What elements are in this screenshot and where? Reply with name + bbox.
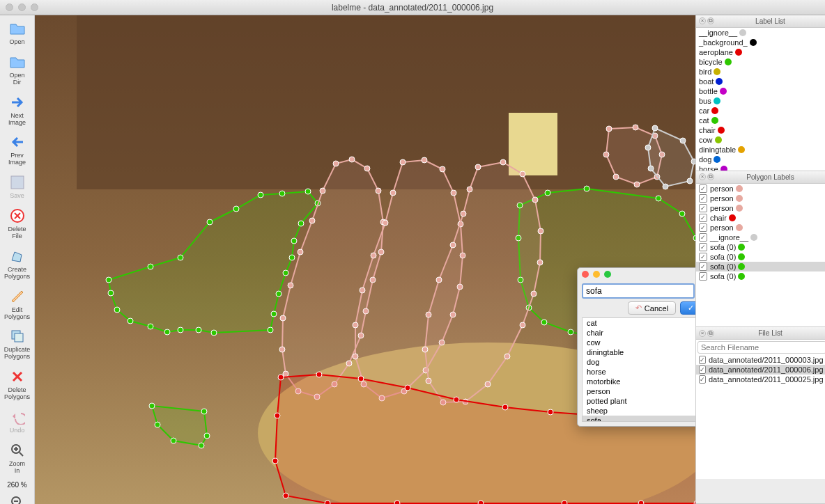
svg-point-28 — [196, 327, 201, 333]
checkbox-icon[interactable]: ✓ — [699, 184, 707, 193]
file-search-input[interactable] — [697, 341, 825, 354]
label-option-item[interactable]: cat — [583, 318, 695, 328]
next-image-button[interactable]: Next Image — [1, 90, 33, 131]
delete-polygons-button[interactable]: Delete Polygons — [1, 365, 33, 405]
image-canvas[interactable]: ↶Cancel ✓OK catchaircowdiningtabledoghor… — [35, 15, 695, 504]
label-list-item[interactable]: bicycle — [696, 57, 825, 67]
polygon-label-item[interactable]: ✓person — [696, 194, 825, 203]
label-list-item[interactable]: bottle — [696, 86, 825, 96]
label-name-input[interactable] — [582, 283, 695, 299]
label-option-item[interactable]: horse — [583, 367, 695, 377]
checkbox-icon[interactable]: ✓ — [699, 262, 707, 271]
label-list-item[interactable]: cow — [696, 135, 825, 145]
polygon-label-item[interactable]: ✓person — [696, 203, 825, 213]
zoom-value[interactable]: 260 % — [7, 479, 26, 491]
svg-point-109 — [504, 354, 510, 359]
zoom-out-button[interactable]: Zoom Out — [1, 491, 33, 504]
dialog-titlebar[interactable] — [578, 268, 695, 281]
label-list-item[interactable]: diningtable — [696, 145, 825, 155]
label-option-item[interactable]: diningtable — [583, 347, 695, 357]
polygon-label-item[interactable]: ✓sofa (0) — [696, 271, 825, 281]
polygon-label-item[interactable]: ✓sofa (0) — [696, 242, 825, 252]
label-option-item[interactable]: potted plant — [583, 396, 695, 406]
svg-point-32 — [128, 318, 133, 324]
label-list-item[interactable]: _background_ — [696, 38, 825, 47]
checkbox-icon[interactable]: ✓ — [699, 272, 707, 281]
zoom-in-button[interactable]: Zoom In — [1, 439, 33, 479]
create-polygons-button[interactable]: Create Polygons — [1, 244, 33, 285]
open-button[interactable]: Open — [1, 17, 33, 50]
svg-point-69 — [346, 361, 352, 366]
checkbox-icon[interactable]: ✓ — [699, 243, 707, 251]
panel-detach-icon[interactable]: ⧉ — [707, 17, 714, 24]
label-list[interactable]: __ignore___background_aeroplanebicyclebi… — [696, 28, 825, 171]
zoom-out-icon — [8, 494, 26, 504]
polygon-label-item[interactable]: ✓person — [696, 223, 825, 233]
panel-close-icon[interactable]: × — [699, 173, 706, 180]
checkbox-icon[interactable]: ✓ — [699, 233, 707, 242]
label-list-item[interactable]: chair — [696, 125, 825, 135]
label-list-item[interactable]: __ignore__ — [696, 28, 825, 38]
svg-point-82 — [422, 157, 427, 163]
checkbox-icon[interactable]: ✓ — [699, 356, 706, 364]
label-option-item[interactable]: sheep — [583, 406, 695, 416]
file-list-item[interactable]: ✓data_annotated/2011_000025.jpg — [696, 375, 825, 384]
label-option-item[interactable]: sofa — [583, 416, 695, 422]
checkbox-icon[interactable]: ✓ — [699, 375, 706, 384]
label-option-item[interactable]: chair — [583, 328, 695, 338]
svg-point-25 — [271, 311, 277, 317]
label-options-list[interactable]: catchaircowdiningtabledoghorsemotorbikep… — [582, 317, 695, 422]
panel-detach-icon[interactable]: ⧉ — [707, 173, 714, 180]
undo-button: Undo — [1, 405, 33, 439]
cancel-button[interactable]: ↶Cancel — [628, 301, 676, 315]
checkbox-icon[interactable]: ✓ — [699, 204, 707, 212]
edit-polygons-button[interactable]: Edit Polygons — [1, 285, 33, 325]
label-list-item[interactable]: dog — [696, 155, 825, 164]
polygon-label-item[interactable]: ✓sofa (0) — [696, 262, 825, 271]
svg-point-143 — [502, 404, 508, 410]
file-list-item[interactable]: ✓data_annotated/2011_000003.jpg — [696, 355, 825, 365]
open-dir-button[interactable]: Open Dir — [1, 50, 33, 90]
checkbox-icon[interactable]: ✓ — [699, 194, 707, 203]
svg-point-61 — [349, 157, 355, 162]
svg-point-116 — [436, 277, 442, 283]
label-list-item[interactable]: cat — [696, 116, 825, 125]
file-list[interactable]: ✓data_annotated/2011_000003.jpg✓data_ann… — [696, 355, 825, 384]
polygon-labels-panel: ×⧉Polygon Labels ✓person✓person✓person✓c… — [696, 171, 825, 327]
ok-button[interactable]: ✓OK — [680, 301, 695, 315]
svg-point-119 — [467, 187, 472, 192]
label-list-item[interactable]: car — [696, 106, 825, 116]
panel-detach-icon[interactable]: ⧉ — [707, 330, 714, 337]
svg-point-113 — [426, 378, 431, 384]
label-option-item[interactable]: motorbike — [583, 377, 695, 386]
label-list-item[interactable]: aeroplane — [696, 47, 825, 57]
checkbox-icon[interactable]: ✓ — [699, 223, 707, 232]
label-list-item[interactable]: bird — [696, 67, 825, 77]
polygon-label-item[interactable]: ✓chair — [696, 213, 825, 223]
panel-close-icon[interactable]: × — [699, 17, 706, 24]
duplicate-polygons-button[interactable]: Duplicate Polygons — [1, 324, 33, 365]
polygon-label-item[interactable]: ✓sofa (0) — [696, 252, 825, 262]
svg-point-139 — [316, 372, 322, 377]
checkbox-icon[interactable]: ✓ — [699, 253, 707, 261]
svg-point-18 — [305, 189, 311, 194]
label-list-item[interactable]: bus — [696, 96, 825, 106]
label-list-item[interactable]: boat — [696, 77, 825, 86]
checkbox-icon[interactable]: ✓ — [699, 365, 706, 374]
svg-point-13 — [178, 255, 183, 260]
polygon-label-item[interactable]: ✓person — [696, 184, 825, 194]
label-option-item[interactable]: dog — [583, 357, 695, 367]
create-polygon-icon — [8, 247, 26, 265]
label-list-item[interactable]: horse — [696, 164, 825, 171]
checkbox-icon[interactable]: ✓ — [699, 214, 707, 222]
panel-close-icon[interactable]: × — [699, 330, 706, 337]
svg-point-122 — [633, 125, 638, 130]
label-option-item[interactable]: cow — [583, 338, 695, 347]
prev-image-button[interactable]: Prev Image — [1, 130, 33, 171]
svg-point-38 — [584, 186, 589, 191]
file-list-item[interactable]: ✓data_annotated/2011_000006.jpg — [696, 365, 825, 375]
delete-file-button[interactable]: Delete File — [1, 204, 33, 244]
polygon-label-item[interactable]: ✓__ignore__ — [696, 233, 825, 242]
polygon-labels-list[interactable]: ✓person✓person✓person✓chair✓person✓__ign… — [696, 184, 825, 326]
label-option-item[interactable]: person — [583, 386, 695, 396]
